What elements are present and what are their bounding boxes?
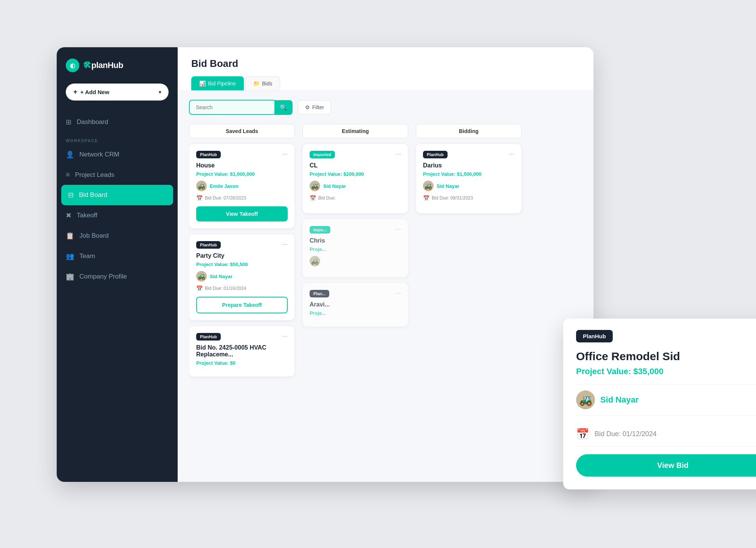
card-value: Project Value: $1,000,000 bbox=[196, 171, 288, 177]
sidebar-item-project-leads[interactable]: ≡ Project Leads bbox=[57, 165, 178, 185]
main-content: Bid Board 📊 Bid Pipeline 📁 Bids bbox=[178, 47, 593, 482]
card-menu-button[interactable]: ··· bbox=[395, 150, 401, 158]
filter-label: Filter bbox=[312, 104, 324, 110]
kanban-col-estimating: Estimating Imported ··· CL Project Value… bbox=[302, 124, 408, 471]
avatar-large: 🚜 bbox=[576, 390, 595, 409]
person-name[interactable]: Sid Nayar bbox=[437, 183, 459, 189]
card-menu-button[interactable]: ··· bbox=[282, 240, 288, 248]
sidebar: ◐ 🛠planHub + + Add New ▾ ⊞ Dashboard WOR… bbox=[57, 47, 178, 482]
card-badge: Imported bbox=[310, 151, 335, 158]
card-value: Project Value: $1,500,000 bbox=[423, 171, 514, 177]
col-header-saved-leads: Saved Leads bbox=[189, 124, 295, 138]
page-title: Bid Board bbox=[191, 58, 580, 70]
card-badge: PlanHub bbox=[196, 333, 221, 341]
card-menu-button[interactable]: ··· bbox=[282, 332, 288, 340]
sidebar-item-network-crm[interactable]: 👤 Network CRM bbox=[57, 144, 178, 165]
dashboard-icon: ⊞ bbox=[66, 118, 71, 126]
kanban-board: Saved Leads PlanHub ··· House Project Va… bbox=[189, 124, 582, 471]
sidebar-item-company-profile[interactable]: 🏢 Company Profile bbox=[57, 266, 178, 287]
card-menu-button[interactable]: ··· bbox=[509, 150, 514, 158]
sidebar-item-dashboard[interactable]: ⊞ Dashboard bbox=[57, 112, 178, 132]
card-value: Project Value: $50,500 bbox=[196, 262, 288, 267]
card-menu-button[interactable]: ··· bbox=[395, 289, 401, 297]
search-button[interactable]: 🔍 bbox=[274, 100, 293, 115]
sidebar-item-label: Company Profile bbox=[79, 273, 127, 280]
filter-button[interactable]: ⚙ Filter bbox=[298, 100, 331, 115]
person-name[interactable]: Emile Jaxon bbox=[210, 183, 239, 189]
sidebar-item-label: Team bbox=[79, 252, 95, 260]
bid-due: 📅 Bid Due: 08/31/2023 bbox=[423, 195, 514, 201]
bid-pipeline-icon: 📊 bbox=[199, 80, 206, 87]
tab-label: Bids bbox=[262, 80, 272, 87]
view-takeoff-button[interactable]: View Takeoff bbox=[196, 206, 288, 221]
kanban-col-saved-leads: Saved Leads PlanHub ··· House Project Va… bbox=[189, 124, 295, 471]
col-header-bidding: Bidding bbox=[416, 124, 522, 138]
sidebar-item-label: Project Leads bbox=[75, 171, 115, 179]
bid-due-text: Bid Due: 01/16/2024 bbox=[205, 286, 246, 291]
popup-bid-due: 📅 Bid Due: 01/12/2024 bbox=[576, 422, 756, 447]
sidebar-item-job-board[interactable]: 📋 Job Board bbox=[57, 226, 178, 246]
person-name[interactable]: Sid Nayar bbox=[323, 183, 346, 189]
workspace-label: WORKSPACE bbox=[57, 135, 178, 144]
card-aravi: Plan... ··· Aravi... Proje... bbox=[302, 283, 408, 327]
person-name[interactable]: Sid Nayar bbox=[210, 274, 232, 279]
card-person: 🚜 Sid Nayar bbox=[310, 181, 401, 191]
col-header-estimating: Estimating bbox=[302, 124, 408, 138]
network-crm-icon: 👤 bbox=[66, 150, 74, 159]
company-profile-icon: 🏢 bbox=[66, 272, 74, 281]
sidebar-header: ◐ 🛠planHub bbox=[57, 59, 178, 84]
add-new-button[interactable]: + + Add New ▾ bbox=[66, 84, 169, 101]
card-person: 🚜 Sid Nayar bbox=[196, 271, 288, 282]
card-title: Bid No. 2425-0005 HVAC Replaceme... bbox=[196, 344, 288, 358]
card-badge: PlanHub bbox=[423, 151, 448, 158]
sidebar-item-label: Dashboard bbox=[77, 118, 108, 126]
sidebar-item-bid-board[interactable]: ⊟ Bid Board bbox=[61, 185, 173, 205]
sidebar-item-label: Takeoff bbox=[77, 212, 98, 219]
sidebar-item-takeoff[interactable]: ✖ Takeoff bbox=[57, 205, 178, 226]
card-value: Proje... bbox=[310, 310, 401, 316]
card-menu-button[interactable]: ··· bbox=[395, 225, 401, 233]
logo-text: 🛠planHub bbox=[83, 60, 123, 70]
card-person: 🚜 Emile Jaxon bbox=[196, 181, 288, 191]
calendar-icon: 📅 bbox=[310, 195, 316, 201]
bid-due: 📅 Bid Due: 07/28/2023 bbox=[196, 195, 288, 201]
bid-board-icon: ⊟ bbox=[68, 191, 74, 199]
content-area: 🔍 ⚙ Filter Saved Leads PlanHub ·· bbox=[178, 91, 593, 482]
view-bid-button[interactable]: View Bid bbox=[576, 454, 756, 477]
toolbar: 🔍 ⚙ Filter bbox=[189, 100, 582, 115]
card-title: Chris bbox=[310, 237, 401, 244]
card-person: 🚜 bbox=[310, 256, 401, 266]
takeoff-icon: ✖ bbox=[66, 211, 71, 220]
card-title: Darius bbox=[423, 162, 514, 169]
card-title: House bbox=[196, 162, 288, 169]
sidebar-item-label: Bid Board bbox=[79, 191, 107, 199]
popup-person: 🚜 Sid Nayar bbox=[576, 384, 756, 416]
project-leads-icon: ≡ bbox=[66, 171, 70, 179]
card-title: CL bbox=[310, 162, 401, 169]
card-house: PlanHub ··· House Project Value: $1,000,… bbox=[189, 144, 295, 229]
card-badge: PlanHub bbox=[196, 151, 221, 158]
calendar-icon: 📅 bbox=[196, 195, 203, 201]
card-badge: Plan... bbox=[310, 290, 329, 297]
popup-person-name[interactable]: Sid Nayar bbox=[600, 395, 639, 405]
bid-due-text: Bid Due: bbox=[318, 195, 336, 201]
popup-calendar-icon: 📅 bbox=[576, 428, 589, 440]
bid-due-text: Bid Due: 08/31/2023 bbox=[432, 195, 473, 201]
bids-icon: 📁 bbox=[253, 80, 260, 87]
prepare-takeoff-button[interactable]: Prepare Takeoff bbox=[196, 297, 288, 313]
logo-icon: ◐ bbox=[66, 59, 79, 72]
plus-icon: + bbox=[73, 88, 77, 96]
tab-bids[interactable]: 📁 Bids bbox=[245, 76, 280, 90]
add-new-label: + Add New bbox=[81, 89, 110, 95]
sidebar-item-team[interactable]: 👥 Team bbox=[57, 246, 178, 266]
card-menu-button[interactable]: ··· bbox=[282, 150, 288, 158]
job-board-icon: 📋 bbox=[66, 232, 74, 240]
sidebar-item-label: Job Board bbox=[79, 232, 109, 240]
tab-bid-pipeline[interactable]: 📊 Bid Pipeline bbox=[191, 76, 244, 90]
search-wrap: 🔍 bbox=[189, 100, 293, 115]
card-darius: PlanHub ··· Darius Project Value: $1,500… bbox=[416, 144, 522, 214]
avatar: 🚜 bbox=[196, 271, 207, 282]
card-cl: Imported ··· CL Project Value: $200,000 … bbox=[302, 144, 408, 214]
search-input[interactable] bbox=[189, 100, 276, 115]
card-badge: Impo... bbox=[310, 226, 330, 234]
